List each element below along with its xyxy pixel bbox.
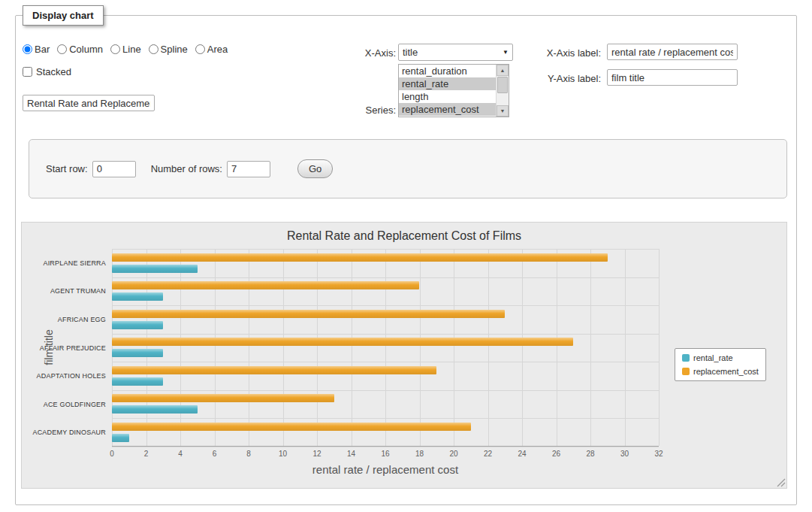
x-tick-label: 20 bbox=[449, 450, 457, 458]
category-label: AFRICAN EGG bbox=[22, 316, 106, 323]
v-gridline bbox=[112, 249, 113, 446]
series-scrollbar[interactable]: ▲ ▼ bbox=[496, 65, 509, 117]
scroll-down-icon[interactable]: ▼ bbox=[497, 105, 509, 117]
bar-rental_rate bbox=[112, 405, 198, 414]
chart-type-option-column[interactable]: Column bbox=[57, 44, 103, 55]
x-tick-label: 32 bbox=[654, 450, 663, 458]
category-label: ACE GOLDFINGER bbox=[22, 401, 106, 408]
plot-area bbox=[112, 249, 659, 447]
stacked-checkbox[interactable] bbox=[23, 67, 32, 77]
x-tick-label: 28 bbox=[586, 450, 594, 458]
x-tick-label: 24 bbox=[518, 450, 526, 458]
h-gridline bbox=[112, 334, 659, 335]
chart-type-option-area[interactable]: Area bbox=[195, 44, 228, 55]
v-gridline bbox=[420, 249, 421, 446]
stacked-label: Stacked bbox=[36, 66, 71, 77]
scroll-up-icon[interactable]: ▲ bbox=[497, 65, 509, 76]
h-gridline bbox=[112, 418, 659, 419]
bar-replacement_cost bbox=[112, 394, 334, 402]
x-tick-label: 2 bbox=[144, 450, 149, 458]
x-tick-label: 12 bbox=[312, 450, 321, 458]
legend-item-rental_rate[interactable]: rental_rate bbox=[682, 353, 759, 362]
v-gridline bbox=[557, 249, 557, 446]
y-axis-label-input[interactable] bbox=[607, 69, 738, 86]
bar-rental_rate bbox=[112, 321, 163, 329]
series-option-rental_rate[interactable]: rental_rate bbox=[399, 77, 496, 90]
chart-title-input[interactable] bbox=[23, 95, 155, 111]
x-tick-label: 30 bbox=[620, 450, 629, 458]
x-tick-label: 22 bbox=[484, 450, 492, 458]
stacked-checkbox-row: Stacked bbox=[23, 66, 71, 77]
bar-rental_rate bbox=[112, 292, 163, 301]
chart-type-radio-label: Column bbox=[69, 44, 103, 55]
v-gridline bbox=[590, 249, 591, 446]
series-options: rental_durationrental_ratelengthreplacem… bbox=[399, 65, 496, 117]
chart-type-option-bar[interactable]: Bar bbox=[23, 44, 50, 55]
chart-type-option-spline[interactable]: Spline bbox=[149, 44, 188, 55]
chart-type-radio-column[interactable] bbox=[57, 44, 67, 54]
chart-type-radio-label: Area bbox=[207, 44, 228, 55]
chart-type-radio-bar[interactable] bbox=[23, 44, 32, 54]
chart-type-radio-group: BarColumnLineSplineArea bbox=[23, 44, 228, 55]
x-axis-title: rental rate / replacement cost bbox=[112, 463, 659, 476]
bar-replacement_cost bbox=[112, 281, 419, 289]
start-row-label: Start row: bbox=[46, 163, 88, 174]
number-of-rows-input[interactable] bbox=[227, 161, 270, 177]
series-listbox[interactable]: rental_durationrental_ratelengthreplacem… bbox=[398, 64, 509, 117]
chart-type-radio-spline[interactable] bbox=[149, 44, 158, 54]
bar-replacement_cost bbox=[112, 423, 471, 431]
v-gridline bbox=[283, 249, 284, 446]
series-option-length[interactable]: length bbox=[399, 90, 496, 103]
bar-replacement_cost bbox=[112, 253, 608, 262]
x-tick-label: 4 bbox=[178, 450, 183, 458]
bar-rental_rate bbox=[112, 377, 163, 386]
chart-type-radio-line[interactable] bbox=[110, 44, 120, 54]
v-gridline bbox=[385, 249, 386, 446]
x-tick-label: 8 bbox=[246, 450, 251, 458]
chart-type-radio-area[interactable] bbox=[195, 44, 205, 54]
legend-swatch bbox=[682, 368, 690, 375]
v-gridline bbox=[249, 249, 249, 446]
bar-replacement_cost bbox=[112, 310, 505, 318]
x-axis-label-field-label: X-Axis label: bbox=[518, 47, 601, 59]
v-gridline bbox=[522, 249, 523, 446]
x-tick-label: 0 bbox=[110, 450, 114, 458]
h-gridline bbox=[112, 277, 659, 278]
x-axis-select[interactable]: title bbox=[398, 44, 513, 61]
scroll-track[interactable] bbox=[497, 76, 509, 105]
scroll-thumb[interactable] bbox=[497, 77, 508, 93]
x-tick-label: 6 bbox=[213, 450, 217, 458]
category-label: ACADEMY DINOSAUR bbox=[22, 429, 106, 436]
v-gridline bbox=[352, 249, 352, 446]
v-gridline bbox=[625, 249, 626, 446]
x-axis-select-wrap: title ▼ bbox=[398, 44, 513, 61]
v-gridline bbox=[659, 249, 660, 446]
v-gridline bbox=[454, 249, 454, 446]
legend-swatch bbox=[682, 354, 690, 362]
start-row-input[interactable] bbox=[92, 161, 136, 177]
series-option-replacement_cost[interactable]: replacement_cost bbox=[399, 103, 496, 116]
legend-item-replacement_cost[interactable]: replacement_cost bbox=[682, 367, 759, 376]
x-tick-label: 14 bbox=[347, 450, 355, 458]
x-tick-label: 26 bbox=[552, 450, 560, 458]
chart-type-radio-label: Bar bbox=[35, 44, 50, 55]
legend-label: replacement_cost bbox=[693, 367, 759, 376]
category-label: ADAPTATION HOLES bbox=[22, 372, 106, 380]
x-axis-ticks: 02468101214161820222426283032 bbox=[112, 450, 659, 460]
category-label: AFFAIR PREJUDICE bbox=[22, 344, 106, 352]
chart-type-option-line[interactable]: Line bbox=[110, 44, 141, 55]
go-button[interactable]: Go bbox=[297, 159, 333, 178]
chart-panel: Rental Rate and Replacement Cost of Film… bbox=[21, 222, 787, 489]
series-option-rental_duration[interactable]: rental_duration bbox=[399, 65, 496, 77]
v-gridline bbox=[488, 249, 489, 446]
h-gridline bbox=[112, 362, 659, 362]
x-axis-label-input[interactable] bbox=[607, 44, 738, 60]
x-tick-label: 10 bbox=[279, 450, 287, 458]
resize-handle-icon[interactable] bbox=[777, 478, 786, 487]
h-gridline bbox=[112, 305, 659, 306]
x-tick-label: 18 bbox=[415, 450, 424, 458]
bar-rental_rate bbox=[112, 349, 163, 357]
series-label: Series: bbox=[331, 105, 396, 116]
bar-rental_rate bbox=[112, 265, 198, 273]
number-of-rows-label: Number of rows: bbox=[151, 163, 222, 174]
